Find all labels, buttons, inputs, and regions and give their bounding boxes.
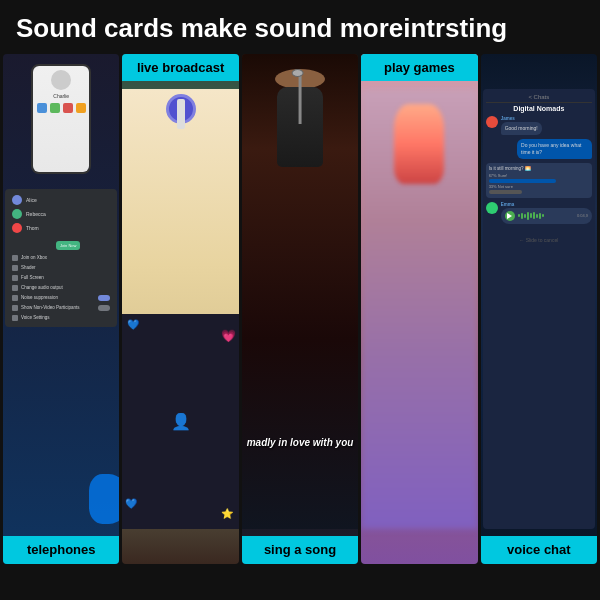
discord-option-shader: Shader — [9, 263, 113, 273]
emoji-star: ⭐ — [221, 508, 233, 519]
poll-option-1: 67% Sure! — [489, 173, 589, 183]
discord-avatar-1 — [12, 195, 22, 205]
svg-marker-0 — [507, 213, 512, 219]
blue-blob — [89, 474, 119, 524]
phone-icon-green — [50, 103, 60, 113]
chat-bubble-2: Do you have any idea what time it is? — [517, 139, 592, 159]
voice-chat-label: voice chat — [481, 536, 597, 564]
shader-label: Shader — [21, 265, 36, 270]
chat-bubble-text-2: Do you have any idea what time it is? — [521, 142, 588, 156]
mic-stand — [299, 74, 302, 124]
poll-question: Is it still morning? 🌅 — [489, 166, 589, 171]
fullscreen-label: Full Screen — [21, 275, 44, 280]
games-character — [394, 104, 444, 184]
waveform — [518, 211, 574, 221]
poll-bar-2 — [489, 190, 522, 194]
discord-join-btn[interactable]: Join Now — [9, 238, 113, 250]
audio-icon — [12, 285, 18, 291]
audio-label: Change audio output — [21, 285, 63, 290]
chat-bubble-1: Good morning! — [501, 122, 542, 135]
chat-sender-james: James — [501, 116, 542, 121]
header: Sound cards make sound moreintrsting — [0, 0, 600, 54]
phone-icon-red — [63, 103, 73, 113]
discord-option-voice-settings[interactable]: Voice Settings — [9, 313, 113, 323]
poll-option-2: 33% Not sure — [489, 184, 589, 194]
participants-toggle[interactable] — [98, 305, 110, 311]
join-now-label: Join Now — [56, 241, 80, 250]
wave-bar-8 — [539, 213, 541, 219]
discord-option-noise[interactable]: Noise suppression — [9, 293, 113, 303]
phone-avatar — [51, 70, 71, 90]
voice-settings-label: Voice Settings — [21, 315, 50, 320]
phone-person: 👤 — [171, 412, 191, 431]
discord-avatar-3 — [12, 223, 22, 233]
telephones-label: telephones — [3, 536, 119, 564]
madly-text: madly in love with you — [245, 436, 355, 449]
mic-head — [292, 69, 304, 77]
wave-bar-1 — [518, 214, 520, 217]
chat-message-2-wrap: Do you have any idea what time it is? — [486, 139, 592, 159]
noise-icon — [12, 295, 18, 301]
discord-menu: Alice Rebecca Thom Join Now Join on Xbox… — [5, 189, 117, 327]
discord-text-3: Thom — [26, 225, 39, 231]
wave-bar-2 — [521, 213, 523, 219]
chat-avatar-emma — [486, 202, 498, 214]
discord-text-2: Rebecca — [26, 211, 46, 217]
voice-msg-wrap: Emma — [501, 202, 592, 224]
chat-header: < Chats — [486, 92, 592, 103]
discord-item-2: Rebecca — [9, 207, 113, 221]
live-broadcast-label: live broadcast — [122, 54, 238, 82]
sing-song-label: sing a song — [242, 536, 358, 564]
xbox-label: Join on Xbox — [21, 255, 47, 260]
participants-icon — [12, 305, 18, 311]
chat-message-1: James Good morning! — [486, 116, 592, 135]
chat-sender-emma: Emma — [501, 202, 592, 207]
discord-item-1: Alice — [9, 193, 113, 207]
phone-lower-screen: 👤 💙 💗 💙 ⭐ — [122, 314, 238, 529]
voice-time: 0:04,9 — [577, 213, 588, 218]
play-button[interactable] — [505, 211, 515, 221]
poll-label-2: 33% Not sure — [489, 184, 589, 189]
phone-screen: Charlie — [33, 66, 89, 172]
voice-message[interactable]: 0:04,9 — [501, 208, 592, 224]
emoji-heart-3: 💙 — [125, 498, 137, 509]
panel-sing-song: madly in love with you sing a song — [242, 54, 358, 564]
wave-bar-5 — [530, 213, 532, 218]
chat-message-voice: Emma — [486, 202, 592, 224]
phone-icon-blue — [37, 103, 47, 113]
page-title: Sound cards make sound moreintrsting — [16, 14, 584, 44]
panel-play-games: play games — [361, 54, 477, 564]
discord-text-1: Alice — [26, 197, 37, 203]
play-games-label: play games — [361, 54, 477, 82]
wave-bar-4 — [527, 212, 529, 220]
fullscreen-icon — [12, 275, 18, 281]
wave-bar-6 — [533, 212, 535, 219]
phone-icon-row — [37, 103, 86, 113]
slide-label: ← Slide to cancel — [519, 237, 558, 243]
discord-option-participants[interactable]: Show Non-Video Participants — [9, 303, 113, 313]
panel-live-broadcast: live broadcast 👤 💙 💗 💙 ⭐ — [122, 54, 238, 564]
slide-to-cancel: ← Slide to cancel — [486, 228, 592, 246]
broadcast-light-stand — [177, 99, 185, 129]
panel-grid: Charlie Alice Rebecca — [0, 54, 600, 564]
emoji-heart-2: 💗 — [221, 329, 236, 343]
wave-bar-3 — [524, 214, 526, 218]
chat-avatar-james — [486, 116, 498, 128]
noise-toggle[interactable] — [98, 295, 110, 301]
phone-name: Charlie — [53, 93, 69, 99]
discord-item-3: Thom — [9, 221, 113, 235]
poll-bar-1 — [489, 179, 556, 183]
chat-group-name: Digital Nomads — [486, 105, 592, 112]
participants-label: Show Non-Video Participants — [21, 305, 79, 310]
voice-settings-icon — [12, 315, 18, 321]
xbox-icon — [12, 255, 18, 261]
wave-bar-7 — [536, 214, 538, 218]
poll-container: Is it still morning? 🌅 67% Sure! 33% Not… — [486, 163, 592, 198]
phone-mockup: Charlie — [31, 64, 91, 174]
chat-bubble-text-1: Good morning! — [505, 125, 538, 132]
singer-bg: madly in love with you — [242, 54, 358, 529]
discord-option-audio[interactable]: Change audio output — [9, 283, 113, 293]
panel-telephones: Charlie Alice Rebecca — [3, 54, 119, 564]
shader-icon — [12, 265, 18, 271]
chat-ui: < Chats Digital Nomads James Good mornin… — [483, 89, 595, 529]
